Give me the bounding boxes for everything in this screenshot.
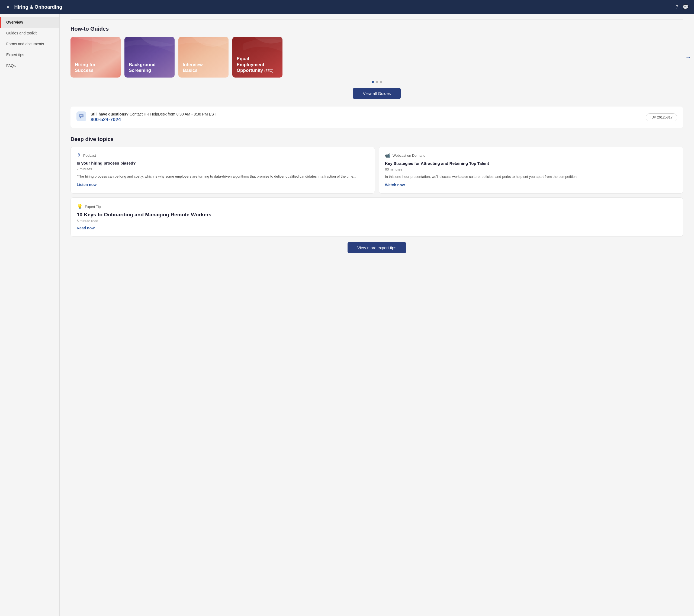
carousel-dot-2[interactable] — [376, 81, 378, 83]
expert-tip-read-link[interactable]: Read now — [77, 226, 95, 230]
guide-card-eeo-title: EqualEmploymentOpportunity (EEO) — [237, 56, 273, 73]
deep-dive-section: Deep dive topics 🎙 Podcast Is your hirin… — [71, 136, 683, 253]
close-button[interactable]: × — [5, 3, 11, 11]
contact-bar: Still have questions? Contact HR HelpDes… — [71, 107, 683, 128]
podcast-title: Is your hiring process biased? — [77, 161, 369, 166]
header-left: × Hiring & Onboarding — [5, 3, 62, 11]
podcast-description: "The hiring process can be long and cost… — [77, 174, 369, 179]
webcast-title: Key Strategies for Attracting and Retain… — [385, 161, 677, 166]
guide-card-interview-title: InterviewBasics — [183, 62, 203, 73]
contact-text-block: Still have questions? Contact HR HelpDes… — [91, 112, 216, 123]
top-divider — [71, 19, 683, 20]
how-to-guides-title: How-to Guides — [71, 26, 683, 32]
topic-card-webcast: 📹 Webcast on Demand Key Strategies for A… — [379, 147, 683, 194]
view-more-expert-tips-button[interactable]: View more expert tips — [348, 242, 406, 253]
carousel-dot-1[interactable] — [372, 81, 374, 83]
expert-tip-duration: 5 minute read — [77, 219, 677, 223]
guide-card-background-title: BackgroundScreening — [129, 62, 156, 73]
guide-card-background[interactable]: BackgroundScreening — [124, 37, 175, 77]
podcast-listen-link[interactable]: Listen now — [77, 182, 96, 187]
podcast-type-label: Podcast — [83, 153, 96, 158]
expert-tip-card: 💡 Expert Tip 10 Keys to Onboarding and M… — [71, 197, 683, 237]
guide-card-hiring-title: Hiring forSuccess — [75, 62, 96, 73]
view-all-guides-button[interactable]: View all Guides — [353, 88, 400, 99]
topic-card-podcast: 🎙 Podcast Is your hiring process biased?… — [71, 147, 375, 194]
guides-carousel-wrapper: Hiring forSuccess BackgroundScreening — [71, 37, 683, 77]
guide-card-eeo[interactable]: EqualEmploymentOpportunity (EEO) — [232, 37, 282, 77]
sidebar-item-guides[interactable]: Guides and toolkit — [0, 28, 59, 38]
svg-point-3 — [81, 115, 82, 116]
deep-dive-title: Deep dive topics — [71, 136, 683, 142]
top-header: × Hiring & Onboarding ? 💬 — [0, 0, 694, 14]
guide-card-interview[interactable]: InterviewBasics — [178, 37, 229, 77]
expert-tip-title: 10 Keys to Onboarding and Managing Remot… — [77, 212, 677, 218]
expert-tip-icon: 💡 — [77, 204, 83, 210]
contact-phone-icon — [76, 111, 86, 123]
contact-bar-left: Still have questions? Contact HR HelpDes… — [76, 111, 216, 123]
guides-carousel: Hiring forSuccess BackgroundScreening — [71, 37, 683, 77]
contact-still-text: Still have questions? Contact HR HelpDes… — [91, 112, 216, 116]
sidebar-item-tips[interactable]: Expert tips — [0, 49, 59, 60]
contact-id-badge: ID# 26125817 — [646, 113, 677, 121]
webcast-description: In this one-hour presentation, we'll dis… — [385, 174, 677, 180]
podcast-duration: 7 minutes — [77, 167, 369, 171]
topic-type-webcast: 📹 Webcast on Demand — [385, 153, 677, 158]
header-title: Hiring & Onboarding — [14, 4, 62, 10]
expert-tip-type-label: Expert Tip — [85, 205, 101, 209]
main-layout: Overview Guides and toolkit Forms and do… — [0, 14, 694, 616]
help-button[interactable]: ? — [676, 4, 678, 10]
expert-tip-type: 💡 Expert Tip — [77, 204, 677, 210]
deep-dive-grid: 🎙 Podcast Is your hiring process biased?… — [71, 147, 683, 194]
topic-type-podcast: 🎙 Podcast — [77, 153, 369, 158]
chat-button[interactable]: 💬 — [682, 4, 689, 10]
svg-point-4 — [82, 115, 83, 116]
guide-card-hiring[interactable]: Hiring forSuccess — [71, 37, 121, 77]
carousel-next-button[interactable]: → — [685, 54, 691, 61]
sidebar-item-forms[interactable]: Forms and documents — [0, 38, 59, 49]
webcast-icon: 📹 — [385, 153, 390, 158]
contact-phone-number[interactable]: 800-524-7024 — [91, 117, 216, 123]
carousel-dot-3[interactable] — [380, 81, 382, 83]
carousel-dots — [71, 81, 683, 83]
sidebar: Overview Guides and toolkit Forms and do… — [0, 14, 60, 616]
content-area: How-to Guides Hiring forSuccess — [60, 14, 694, 616]
sidebar-item-overview[interactable]: Overview — [0, 17, 59, 28]
svg-point-2 — [80, 115, 81, 116]
how-to-guides-section: How-to Guides Hiring forSuccess — [71, 26, 683, 99]
podcast-icon: 🎙 — [77, 153, 81, 158]
sidebar-item-faqs[interactable]: FAQs — [0, 60, 59, 71]
webcast-duration: 60 minutes — [385, 167, 677, 171]
webcast-watch-link[interactable]: Watch now — [385, 183, 405, 187]
header-right: ? 💬 — [676, 4, 689, 10]
webcast-type-label: Webcast on Demand — [392, 153, 425, 158]
